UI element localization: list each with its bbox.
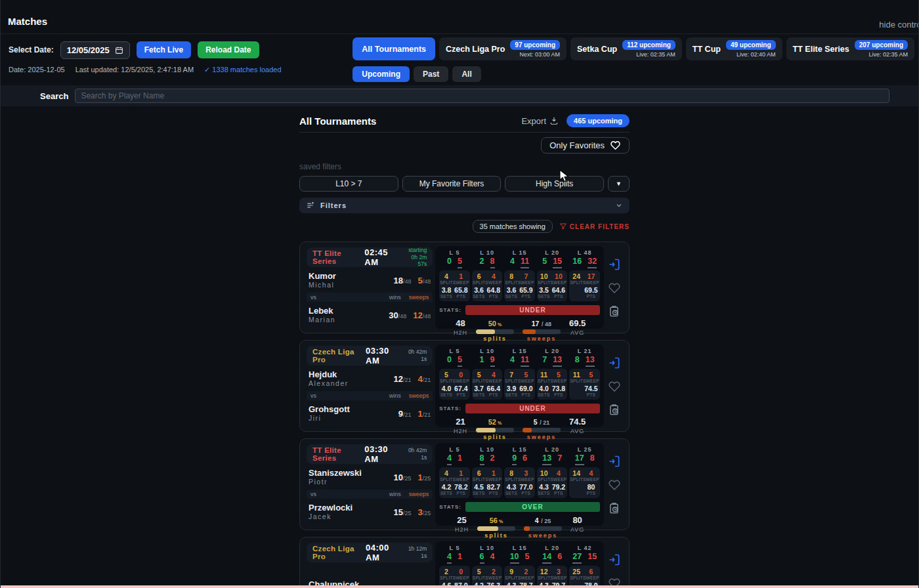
stat-column: L 15 10 5 9 2 SPLITSWEEP 4.3 78.7 SETSPT… bbox=[504, 545, 535, 588]
history-clipboard-icon[interactable] bbox=[608, 305, 620, 318]
pts-value: 65.8 bbox=[453, 286, 469, 294]
favorite-icon[interactable] bbox=[608, 479, 621, 491]
p1-score: 5 bbox=[542, 257, 547, 266]
main-content: All Tournaments Export 465 upcoming Only… bbox=[299, 114, 630, 588]
tab-tt-elite-series[interactable]: TT Elite Series 207 upcoming Live: 02:35… bbox=[786, 37, 914, 60]
split-value: 6 bbox=[473, 469, 486, 477]
match-time: 03:30 AM bbox=[366, 346, 402, 366]
stat-cell: 8 3 SPLITSWEEP 4.3 77.0 SETSPTS bbox=[504, 467, 535, 498]
match-card[interactable]: TT Elite Series 02:45 AM starting0h 2m 5… bbox=[299, 242, 630, 333]
match-time: 04:00 AM bbox=[366, 543, 402, 562]
match-actions bbox=[604, 345, 625, 427]
date-input[interactable]: 12/05/2025 bbox=[60, 41, 130, 59]
player-last-name: Kumor bbox=[309, 271, 336, 281]
player-last-name: Lebek bbox=[309, 306, 335, 316]
match-card[interactable]: Czech Liga Pro 03:30 AM 0h 42m 1s Hejduk… bbox=[299, 340, 630, 432]
match-header: TT Elite Series 03:30 AM 0h 42m 1s bbox=[307, 444, 433, 464]
player-sweeps: 3/25 bbox=[417, 506, 431, 518]
stat-cell: 5 0 SPLITSWEEP 4.0 67.4 SETSPTS bbox=[439, 369, 470, 400]
select-date-label: Select Date: bbox=[9, 45, 54, 54]
match-stats-panel: L 5 4 1 4 1 SPLITSWEEP 4.2 78.2 SETSPTS … bbox=[435, 443, 604, 526]
filters-expander[interactable]: Filters bbox=[299, 198, 630, 213]
reload-date-button[interactable]: Reload Date bbox=[198, 41, 259, 58]
open-match-icon[interactable] bbox=[608, 258, 621, 271]
match-header: Czech Liga Pro 04:00 AM 1h 12m 1s bbox=[307, 543, 433, 562]
p1-score: 4 bbox=[510, 257, 515, 266]
pts-value: 73.8 bbox=[550, 385, 566, 392]
tab-czech-liga-pro[interactable]: Czech Liga Pro 97 upcoming Next: 03:00 A… bbox=[439, 37, 566, 60]
player-first-name: Jiri bbox=[309, 414, 350, 422]
sweep-value: 4 bbox=[583, 469, 599, 477]
funnel-icon bbox=[559, 222, 567, 230]
match-card[interactable]: TT Elite Series 03:30 AM 0h 42m 1s Stani… bbox=[299, 438, 630, 530]
avg-group: 80 AVG bbox=[570, 515, 584, 533]
stat-cell: 24 17 SPLITSWEEP 69.5 SETSPTS bbox=[569, 270, 600, 301]
p2-score: 9 bbox=[490, 356, 495, 367]
tab-all-tournaments[interactable]: All Tournaments bbox=[353, 37, 435, 60]
clear-filters-button[interactable]: CLEAR FILTERS bbox=[559, 222, 630, 230]
stat-cell: 2 0 SPLITSWEEP 4.6 87.0 SETSPTS bbox=[439, 566, 470, 588]
only-favorites-label: Only Favorites bbox=[549, 140, 605, 150]
saved-filters-label: saved filters bbox=[299, 162, 630, 171]
match-card[interactable]: Czech Liga Pro 04:00 AM 1h 12m 1s Chalup… bbox=[299, 537, 630, 588]
splits-bar bbox=[476, 329, 514, 334]
tab-subtitle: Live: 02:35 AM bbox=[636, 51, 675, 58]
stat-column-header: L 10 bbox=[480, 545, 494, 551]
sweep-value: 0 bbox=[453, 371, 469, 379]
last-updated-text: Last updated: 12/5/2025, 2:47:18 AM bbox=[75, 66, 194, 74]
sweeps-group: 5 / 21 sweeps bbox=[523, 417, 561, 440]
p1-score: 1 bbox=[480, 356, 484, 365]
sweeps-bar bbox=[523, 329, 561, 334]
open-match-icon[interactable] bbox=[608, 356, 621, 369]
hide-controls-link[interactable]: hide controls bbox=[879, 20, 919, 30]
split-value: 14 bbox=[570, 469, 583, 477]
time-filter-past[interactable]: Past bbox=[414, 66, 448, 82]
player-last-name: Przewlocki bbox=[309, 503, 353, 513]
search-input[interactable] bbox=[75, 89, 889, 103]
history-clipboard-icon[interactable] bbox=[608, 404, 620, 416]
match-summary: Czech Liga Pro 03:30 AM 0h 42m 1s Hejduk… bbox=[304, 345, 435, 427]
split-value: 8 bbox=[505, 469, 518, 477]
h2h-value: 48 bbox=[456, 318, 465, 328]
stat-column: L 20 14 6 12 3 SPLITSWEEP 4.3 79.7 SETSP… bbox=[537, 545, 568, 588]
fetch-live-button[interactable]: Fetch Live bbox=[137, 41, 191, 58]
tab-setka-cup[interactable]: Setka Cup 112 upcoming Live: 02:35 AM bbox=[570, 37, 682, 60]
p1-score: 13 bbox=[542, 454, 551, 465]
tab-label: All Tournaments bbox=[362, 45, 426, 54]
saved-filter-high-splits[interactable]: High Splits bbox=[505, 176, 604, 192]
stat-column: L 10 6 4 5 2 SPLITSWEEP 4.2 76.3 SETSPTS bbox=[472, 545, 503, 588]
p1-score: 4 bbox=[510, 356, 515, 365]
tab-tt-cup[interactable]: TT Cup 49 upcoming Live: 02:40 AM bbox=[686, 37, 782, 60]
split-value: 11 bbox=[538, 371, 551, 379]
sweep-value: 2 bbox=[518, 568, 534, 576]
history-clipboard-icon[interactable] bbox=[608, 502, 620, 514]
stat-cell: 7 5 SPLITSWEEP 3.9 69.0 SETSPTS bbox=[504, 369, 535, 400]
open-match-icon[interactable] bbox=[608, 455, 621, 468]
pts-value: 80 bbox=[583, 483, 599, 491]
saved-filter-l10-7[interactable]: L10 > 7 bbox=[299, 176, 398, 192]
favorite-icon[interactable] bbox=[608, 282, 621, 294]
stat-cell: 10 4 SPLITSWEEP 4.3 79.2 SETSPTS bbox=[537, 467, 568, 498]
player-sweeps: 12/48 bbox=[413, 309, 431, 321]
tournament-name: Czech Liga Pro bbox=[312, 348, 366, 364]
pts-value: 78.2 bbox=[453, 483, 469, 491]
p1-score: 0 bbox=[447, 257, 452, 266]
time-filter-all[interactable]: All bbox=[452, 66, 481, 82]
match-header: Czech Liga Pro 03:30 AM 0h 42m 1s bbox=[307, 346, 433, 366]
saved-filters-dropdown-button[interactable]: ▼ bbox=[608, 176, 630, 192]
split-value: 4 bbox=[440, 469, 453, 477]
saved-filter-my-favorite-filters[interactable]: My Favorite Filters bbox=[402, 176, 502, 192]
sweep-value: 17 bbox=[583, 272, 599, 280]
stats-label: STATS: bbox=[439, 406, 461, 411]
time-filter-upcoming[interactable]: Upcoming bbox=[353, 66, 410, 82]
p1-score: 8 bbox=[575, 356, 580, 365]
only-favorites-button[interactable]: Only Favorites bbox=[541, 137, 630, 154]
player-wins: 18/48 bbox=[394, 274, 412, 286]
export-label: Export bbox=[521, 116, 546, 126]
avg-value: 69.5 bbox=[569, 318, 586, 328]
search-band: Search bbox=[1, 85, 918, 106]
wins-column-label: wins bbox=[389, 294, 401, 301]
favorite-icon[interactable] bbox=[608, 381, 621, 392]
open-match-icon[interactable] bbox=[608, 553, 621, 566]
export-button[interactable]: Export bbox=[521, 116, 559, 126]
